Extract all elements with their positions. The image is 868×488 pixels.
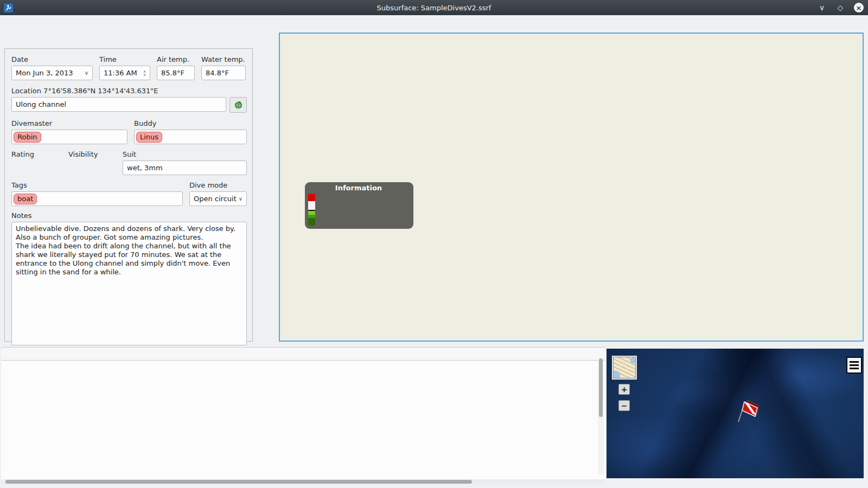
dive-mode-label: Dive mode [189, 181, 247, 189]
close-button[interactable]: × [854, 3, 864, 12]
air-temp-label: Air temp. [157, 55, 195, 63]
notes-label: Notes [11, 211, 247, 220]
divemaster-tag[interactable]: Robin [14, 132, 41, 143]
dive-list [1, 347, 605, 479]
map-zoom-out-button[interactable]: − [618, 400, 630, 411]
dive-list-horizontal-scrollbar[interactable] [1, 479, 604, 484]
dive-flag-marker[interactable] [735, 399, 761, 425]
location-input[interactable]: Ulong channel [11, 97, 226, 112]
date-dropdown[interactable]: Mon Jun 3, 2013∨ [11, 66, 93, 80]
chevron-down-icon: ∨ [239, 196, 242, 202]
location-label: Location 7°16'58.386"N 134°14'43.631"E [11, 87, 247, 95]
suit-label: Suit [123, 150, 247, 158]
buddy-input[interactable]: Linus [134, 130, 247, 144]
location-globe-button[interactable] [229, 97, 247, 113]
water-temp-label: Water temp. [201, 55, 246, 63]
tag-boat[interactable]: boat [14, 194, 37, 204]
divemaster-input[interactable]: Robin [11, 130, 127, 144]
map-type-thumbnail[interactable] [613, 357, 636, 378]
minimize-button[interactable]: ∨ [817, 3, 827, 12]
dive-profile-panel[interactable]: Information [279, 33, 864, 342]
water-temp-field[interactable]: 84.8°F [201, 66, 246, 80]
dive-site-map[interactable]: + − [607, 349, 864, 478]
notes-textarea[interactable]: Unbelievable dive. Dozens and dozens of … [11, 222, 247, 345]
tags-input[interactable]: boat [11, 191, 183, 206]
buddy-tag[interactable]: Linus [136, 132, 162, 143]
notes-tab-bar [4, 34, 253, 49]
dive-notes-panel: Date Mon Jun 3, 2013∨ Time 11:36 AM∧∨ Ai… [4, 34, 253, 342]
info-box-rows [317, 193, 409, 226]
buddy-label: Buddy [134, 119, 247, 127]
tags-label: Tags [11, 181, 183, 189]
dive-list-vertical-scrollbar[interactable] [598, 357, 604, 476]
divemaster-label: Divemaster [11, 119, 127, 127]
time-label: Time [99, 55, 150, 63]
dive-mode-select[interactable]: Open circuit∨ [189, 191, 247, 206]
scrollbar-thumb[interactable] [5, 480, 472, 484]
chevron-down-icon: ∨ [85, 70, 88, 76]
time-spinner[interactable]: 11:36 AM∧∨ [99, 66, 150, 80]
spinner-arrows-icon[interactable]: ∧∨ [143, 70, 146, 76]
map-menu-button[interactable] [846, 357, 862, 374]
profile-info-box: Information [305, 182, 413, 229]
dive-flag-icon [735, 399, 761, 423]
date-label: Date [11, 55, 93, 63]
maximize-button[interactable]: ◇ [835, 3, 845, 12]
suit-input[interactable]: wet, 3mm [123, 160, 247, 175]
air-temp-field[interactable]: 85.8°F [157, 66, 195, 80]
window-title: Subsurface: SampleDivesV2.ssrf [0, 4, 868, 12]
visibility-label: Visibility [68, 150, 116, 158]
titlebar: Subsurface: SampleDivesV2.ssrf ∨ ◇ × [0, 0, 868, 15]
globe-icon [234, 101, 242, 109]
info-box-title: Information [308, 184, 409, 192]
dive-list-header[interactable] [1, 348, 605, 361]
menu-bar [0, 15, 868, 31]
info-box-legend-strip [308, 194, 315, 226]
map-zoom-in-button[interactable]: + [618, 384, 630, 395]
scrollbar-thumb[interactable] [599, 358, 603, 417]
notes-tab-body: Date Mon Jun 3, 2013∨ Time 11:36 AM∧∨ Ai… [4, 48, 253, 342]
rating-label: Rating [11, 150, 62, 158]
